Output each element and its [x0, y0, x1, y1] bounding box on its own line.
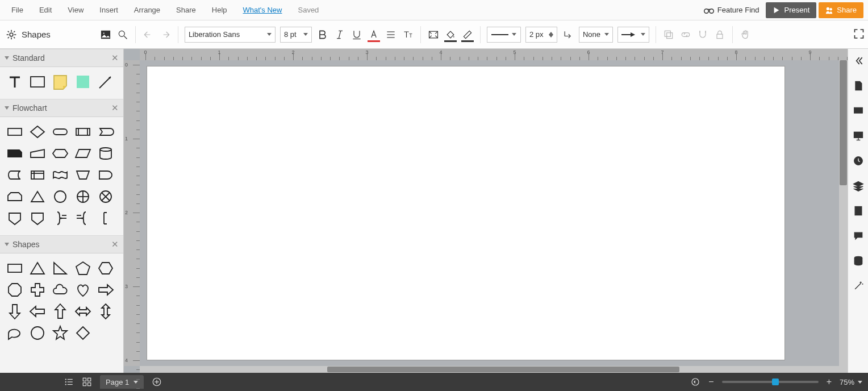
font-size-select[interactable]: 8 pt — [280, 27, 312, 43]
fc-brace-left[interactable] — [74, 209, 92, 227]
shape-callout[interactable] — [6, 324, 24, 342]
shape-arrow-lr[interactable] — [74, 302, 92, 321]
shape-circle[interactable] — [28, 324, 47, 342]
dock-page-button[interactable] — [852, 80, 865, 92]
zoom-in-button[interactable]: + — [827, 377, 832, 387]
fc-offpage[interactable] — [6, 209, 24, 227]
fc-bracket[interactable] — [97, 209, 115, 227]
menu-edit[interactable]: Edit — [32, 3, 59, 16]
hand-tool-button[interactable] — [739, 28, 752, 41]
close-category-button[interactable]: ✕ — [111, 103, 119, 113]
canvas-page[interactable] — [147, 66, 785, 360]
fc-manual-input[interactable] — [28, 144, 47, 163]
fc-merge-down[interactable] — [28, 209, 47, 227]
dock-history-button[interactable] — [852, 155, 865, 167]
shape-pentagon[interactable] — [74, 259, 92, 277]
insert-image-button[interactable] — [99, 28, 112, 41]
send-back-button[interactable] — [662, 28, 675, 41]
fc-database[interactable] — [97, 144, 115, 163]
link-button[interactable] — [679, 28, 692, 41]
italic-button[interactable] — [333, 28, 346, 41]
shape-arrow-ud[interactable] — [97, 302, 115, 321]
fc-display[interactable] — [97, 123, 115, 141]
canvas-viewport[interactable] — [140, 60, 848, 366]
shapes-panel-toggle[interactable]: Shapes — [6, 29, 51, 40]
sticky-note-shape[interactable] — [51, 73, 69, 91]
fc-decision[interactable] — [28, 123, 47, 141]
shape-cross[interactable] — [28, 281, 47, 299]
dock-comment-button[interactable]: "" — [852, 105, 865, 117]
fullscreen-button[interactable] — [853, 28, 865, 41]
fc-internal-storage[interactable] — [28, 166, 47, 184]
fc-connector[interactable] — [51, 188, 69, 206]
feature-find-button[interactable]: Feature Find — [699, 3, 764, 16]
underline-button[interactable] — [350, 28, 363, 41]
line-width-select[interactable]: 2 px — [525, 27, 557, 43]
rectangle-shape[interactable] — [28, 73, 47, 91]
fc-brace-right[interactable] — [51, 209, 69, 227]
shape-fit-button[interactable] — [427, 28, 440, 41]
zoom-thumb[interactable] — [772, 378, 779, 385]
menu-insert[interactable]: Insert — [93, 3, 125, 16]
fc-predefined[interactable] — [74, 123, 92, 141]
dock-themes-button[interactable] — [852, 205, 865, 217]
line-end-select[interactable] — [617, 27, 649, 43]
shape-triangle[interactable] — [28, 259, 47, 277]
line-color-button[interactable] — [461, 28, 474, 41]
menu-arrange[interactable]: Arrange — [127, 3, 167, 16]
zoom-out-button[interactable]: − — [708, 377, 713, 387]
shape-cloud[interactable] — [51, 281, 69, 299]
present-button[interactable]: Present — [766, 2, 816, 18]
fc-card[interactable] — [6, 144, 24, 163]
menu-help[interactable]: Help — [205, 3, 234, 16]
text-align-button[interactable] — [385, 28, 397, 41]
line-shape[interactable] — [97, 73, 115, 91]
menu-view[interactable]: View — [61, 3, 90, 16]
fc-terminator[interactable] — [51, 123, 69, 141]
fc-process[interactable] — [6, 123, 24, 141]
undo-button[interactable] — [142, 28, 155, 41]
shape-rect[interactable] — [6, 259, 24, 277]
dock-wand-button[interactable] — [852, 280, 865, 292]
vscroll-thumb[interactable] — [840, 60, 847, 185]
lock-button[interactable] — [713, 28, 726, 41]
text-format-button[interactable] — [402, 28, 414, 41]
dock-chat-button[interactable] — [852, 230, 865, 242]
font-color-button[interactable] — [368, 28, 380, 41]
magnet-button[interactable] — [696, 28, 709, 41]
fit-zoom-button[interactable] — [690, 377, 700, 387]
category-header-standard[interactable]: Standard ✕ — [0, 49, 123, 67]
fc-manual-op[interactable] — [74, 166, 92, 184]
shape-arrow-down[interactable] — [6, 302, 24, 321]
shape-diamond[interactable] — [74, 324, 92, 342]
fc-sum[interactable] — [97, 188, 115, 206]
fc-tape[interactable] — [51, 166, 69, 184]
add-page-button[interactable] — [152, 377, 162, 387]
shape-octagon[interactable] — [6, 281, 24, 299]
dock-present-button[interactable] — [852, 130, 865, 142]
line-style-select[interactable] — [487, 27, 521, 43]
collapse-dock-button[interactable] — [852, 55, 865, 67]
shape-arrow-right[interactable] — [97, 281, 115, 299]
fc-delay[interactable] — [97, 166, 115, 184]
fill-color-button[interactable] — [444, 28, 457, 41]
block-shape[interactable] — [74, 73, 92, 91]
shape-arrow-up[interactable] — [51, 302, 69, 321]
vscrollbar[interactable] — [839, 60, 848, 373]
fc-preparation[interactable] — [51, 144, 69, 163]
dock-data-button[interactable] — [852, 255, 865, 267]
shape-star[interactable] — [51, 324, 69, 342]
grid-view-button[interactable] — [82, 377, 92, 387]
line-routing-button[interactable] — [562, 28, 574, 41]
redo-button[interactable] — [159, 28, 172, 41]
fc-data[interactable] — [74, 144, 92, 163]
shape-right-triangle[interactable] — [51, 259, 69, 277]
shape-heart[interactable] — [74, 281, 92, 299]
line-start-select[interactable]: None — [579, 27, 613, 43]
menu-share[interactable]: Share — [169, 3, 203, 16]
menu-whats-new[interactable]: What's New — [236, 3, 289, 16]
fc-extract[interactable] — [28, 188, 47, 206]
font-family-select[interactable]: Liberation Sans — [185, 27, 276, 43]
shape-hexagon[interactable] — [97, 259, 115, 277]
fc-or[interactable] — [74, 188, 92, 206]
